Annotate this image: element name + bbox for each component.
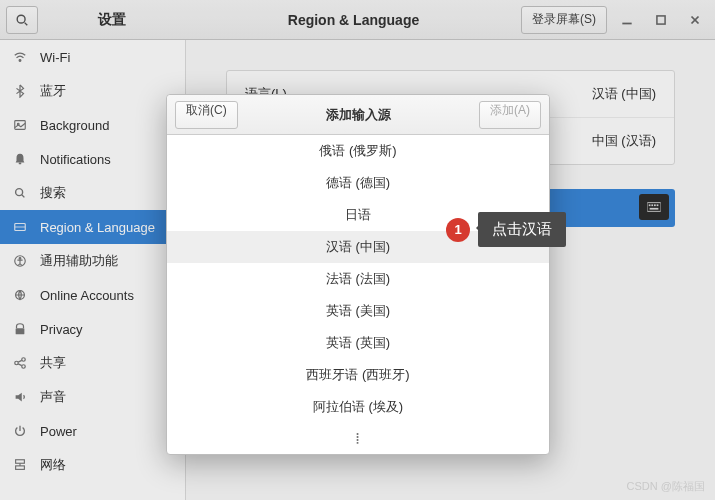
add-button[interactable]: 添加(A) <box>479 101 541 129</box>
language-option[interactable]: 俄语 (俄罗斯) <box>167 135 549 167</box>
dialog-title: 添加输入源 <box>238 106 479 124</box>
language-option[interactable]: 阿拉伯语 (埃及) <box>167 391 549 423</box>
watermark: CSDN @陈福国 <box>627 479 705 494</box>
annotation-callout: 1 点击汉语 <box>446 212 566 247</box>
language-option[interactable]: 英语 (英国) <box>167 327 549 359</box>
language-option[interactable]: 西班牙语 (西班牙) <box>167 359 549 391</box>
language-option[interactable]: 英语 (美国) <box>167 295 549 327</box>
language-option[interactable]: 德语 (德国) <box>167 167 549 199</box>
annotation-badge: 1 <box>446 218 470 242</box>
cancel-button[interactable]: 取消(C) <box>175 101 238 129</box>
annotation-tip: 点击汉语 <box>478 212 566 247</box>
add-input-source-dialog: 取消(C) 添加输入源 添加(A) 俄语 (俄罗斯)德语 (德国)日语汉语 (中… <box>166 94 550 455</box>
language-list: 俄语 (俄罗斯)德语 (德国)日语汉语 (中国)法语 (法国)英语 (美国)英语… <box>167 135 549 423</box>
more-icon[interactable]: ⁞ <box>167 423 549 454</box>
language-option[interactable]: 法语 (法国) <box>167 263 549 295</box>
